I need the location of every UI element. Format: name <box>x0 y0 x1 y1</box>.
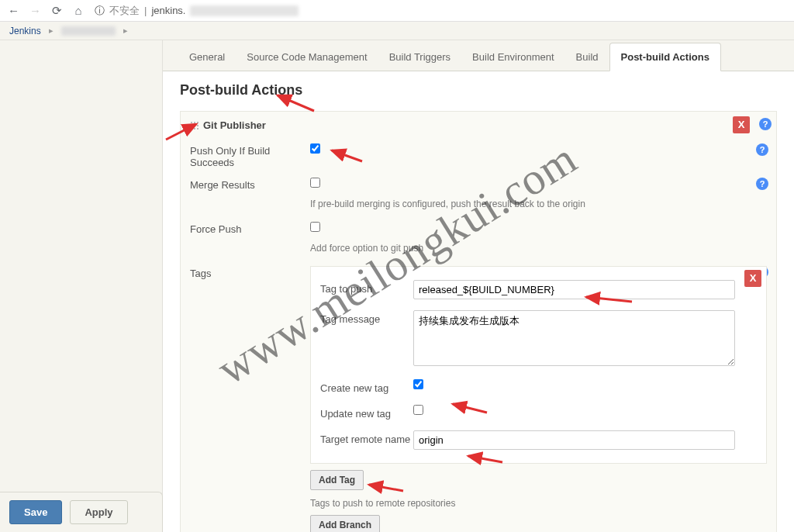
git-publisher-block: X ? Git Publisher Push Only If Build Suc… <box>180 111 777 532</box>
push-only-checkbox[interactable] <box>310 143 320 154</box>
breadcrumb-root[interactable]: Jenkins <box>9 26 41 36</box>
chevron-right-icon: ▸ <box>49 26 54 36</box>
left-sidebar: Save Apply <box>0 40 163 532</box>
merge-results-desc: If pre-build merging is configured, push… <box>310 195 767 217</box>
home-icon[interactable]: ⌂ <box>73 4 84 17</box>
tag-to-push-label: Tag to push <box>320 280 413 295</box>
back-icon[interactable]: ← <box>8 4 19 17</box>
create-new-tag-label: Create new tag <box>320 379 413 394</box>
tab-environment[interactable]: Build Environment <box>461 43 565 71</box>
tab-post-build[interactable]: Post-build Actions <box>609 43 721 71</box>
tag-message-label: Tag message <box>320 310 413 325</box>
url-host: jenkins. <box>151 5 185 16</box>
forward-icon[interactable]: → <box>29 4 40 17</box>
block-header[interactable]: Git Publisher <box>190 119 767 131</box>
breadcrumb-redacted <box>61 26 116 36</box>
tab-triggers[interactable]: Build Triggers <box>378 43 461 71</box>
delete-tag-button[interactable]: X <box>744 270 761 287</box>
merge-results-checkbox[interactable] <box>310 178 320 188</box>
block-title: Git Publisher <box>203 119 266 131</box>
push-only-label: Push Only If Build Succeeds <box>190 143 310 168</box>
chevron-right-icon: ▸ <box>123 26 128 36</box>
target-remote-label: Target remote name <box>320 430 413 445</box>
config-tabs: General Source Code Management Build Tri… <box>163 40 794 71</box>
delete-block-button[interactable]: X <box>733 116 750 133</box>
drag-handle-icon[interactable] <box>190 121 198 130</box>
tag-item-block: X Tag to push Tag message 持续集成发布生成版本 Cre… <box>310 266 767 464</box>
target-remote-input[interactable] <box>413 430 735 450</box>
update-new-tag-label: Update new tag <box>320 405 413 420</box>
tag-to-push-input[interactable] <box>413 280 735 299</box>
help-icon[interactable]: ? <box>759 118 772 130</box>
help-icon[interactable]: ? <box>756 178 768 190</box>
url-redacted <box>190 5 299 16</box>
add-branch-button[interactable]: Add Branch <box>310 515 380 532</box>
apply-button[interactable]: Apply <box>70 500 127 524</box>
tab-build[interactable]: Build <box>565 43 609 71</box>
create-new-tag-checkbox[interactable] <box>413 379 423 389</box>
add-tag-button[interactable]: Add Tag <box>310 470 364 490</box>
footer-buttons: Save Apply <box>0 492 163 532</box>
save-button[interactable]: Save <box>9 500 62 524</box>
security-status: 不安全 <box>109 4 140 18</box>
update-new-tag-checkbox[interactable] <box>413 405 423 415</box>
force-push-label: Force Push <box>190 222 310 235</box>
force-push-checkbox[interactable] <box>310 222 320 232</box>
section-title: Post-build Actions <box>180 82 777 98</box>
info-icon: ⓘ <box>95 4 105 18</box>
force-push-desc: Add force option to git push <box>310 240 767 261</box>
reload-icon[interactable]: ⟳ <box>51 4 62 18</box>
tab-general[interactable]: General <box>178 43 236 71</box>
browser-toolbar: ← → ⟳ ⌂ ⓘ 不安全 | jenkins. <box>0 0 794 22</box>
help-icon[interactable]: ? <box>756 143 768 156</box>
tab-scm[interactable]: Source Code Management <box>236 43 378 71</box>
tags-push-desc: Tags to push to remote repositories <box>310 498 767 509</box>
address-bar[interactable]: ⓘ 不安全 | jenkins. <box>95 4 299 18</box>
merge-results-label: Merge Results <box>190 178 310 191</box>
tags-label: Tags <box>190 266 310 279</box>
breadcrumb: Jenkins ▸ ▸ <box>0 22 794 40</box>
tag-message-textarea[interactable]: 持续集成发布生成版本 <box>413 310 735 366</box>
